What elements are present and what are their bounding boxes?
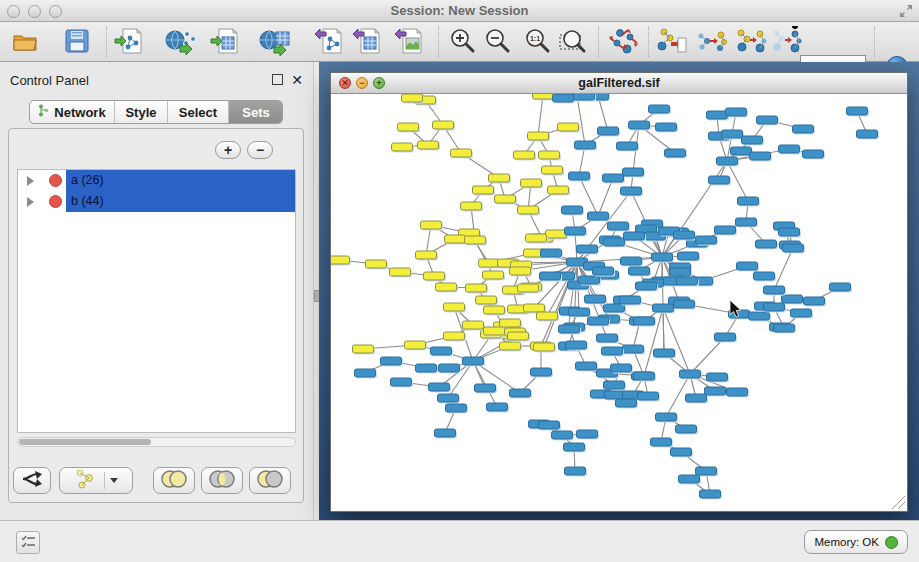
set-dot-icon: [49, 195, 62, 208]
export-network-icon: [314, 26, 344, 59]
network-window[interactable]: ✕ − + galFiltered.sif: [330, 72, 908, 512]
toolbar-separator: [438, 27, 439, 57]
expander-triangle-icon[interactable]: [27, 176, 34, 186]
float-panel-icon[interactable]: [272, 74, 283, 85]
close-panel-icon[interactable]: ✕: [291, 72, 303, 88]
expander-triangle-icon[interactable]: [27, 197, 34, 207]
zoom-selected-icon: [558, 27, 588, 58]
union-sets-button[interactable]: [153, 467, 195, 494]
export-image-icon: [394, 26, 424, 59]
tab-network[interactable]: Network: [30, 101, 115, 123]
control-panel-title: Control Panel: [10, 73, 89, 88]
control-panel-tabs: Network Style Select Sets: [29, 100, 283, 124]
control-panel-header: Control Panel ✕: [0, 70, 313, 92]
zoom-out-button[interactable]: [480, 25, 514, 59]
toolbar-separator: [106, 27, 107, 57]
split-set-button[interactable]: [13, 467, 51, 494]
tab-label: Style: [125, 105, 156, 120]
toolbar-separator: [874, 27, 875, 57]
tab-label: Sets: [242, 105, 269, 120]
show-hide-icon: [770, 26, 802, 59]
import-network-file-icon: [114, 26, 144, 59]
window-titlebar: Session: New Session: [0, 0, 919, 22]
venn-union-icon: [159, 469, 189, 492]
venn-difference-icon: [255, 469, 285, 492]
export-table-button[interactable]: [350, 25, 384, 59]
zoom-selected-button[interactable]: [556, 25, 590, 59]
show-hide-button[interactable]: [769, 25, 803, 59]
import-table-file-icon: [210, 26, 240, 59]
toolbar-separator: [598, 27, 599, 57]
main-toolbar: 1:1: [0, 22, 919, 62]
tab-select[interactable]: Select: [168, 101, 229, 123]
import-network-web-icon: [165, 26, 197, 59]
open-folder-icon: [11, 27, 39, 58]
intersect-sets-button[interactable]: [201, 467, 243, 494]
save-floppy-icon: [64, 28, 90, 57]
add-set-button[interactable]: +: [215, 141, 241, 159]
difference-sets-button[interactable]: [249, 467, 291, 494]
list-item-set-a[interactable]: a (26): [18, 170, 295, 191]
status-bar: Memory: OK: [0, 520, 919, 562]
button-divider: [104, 472, 105, 489]
import-table-file-button[interactable]: [208, 25, 242, 59]
network-graph[interactable]: [331, 94, 907, 511]
fullscreen-icon[interactable]: [899, 4, 913, 18]
create-set-dropdown-button[interactable]: [59, 467, 133, 494]
toolbar-separator: [648, 27, 649, 57]
open-session-button[interactable]: [8, 25, 42, 59]
import-table-web-button[interactable]: [258, 25, 292, 59]
expand-selection-icon: [735, 26, 767, 59]
zoom-fit-button[interactable]: 1:1: [520, 25, 554, 59]
task-checklist-icon: [21, 534, 36, 551]
tab-style[interactable]: Style: [115, 101, 168, 123]
first-neighbors-button[interactable]: [695, 25, 729, 59]
export-image-button[interactable]: [392, 25, 426, 59]
apply-layout-button[interactable]: [607, 25, 641, 59]
tab-label: Select: [179, 105, 217, 120]
tab-sets[interactable]: Sets: [229, 101, 283, 123]
scrollbar-thumb[interactable]: [19, 439, 151, 445]
set-label: a (26): [71, 173, 104, 187]
horizontal-scrollbar[interactable]: [17, 437, 296, 447]
split-arrow-icon: [20, 470, 44, 491]
remove-set-button[interactable]: −: [247, 141, 273, 159]
first-neighbors-icon: [696, 26, 728, 59]
export-network-button[interactable]: [312, 25, 346, 59]
zoom-out-icon: [483, 27, 511, 58]
memory-status-label: Memory: OK: [814, 536, 879, 548]
import-network-file-button[interactable]: [112, 25, 146, 59]
sets-panel: + − a (26) b (44): [8, 128, 304, 503]
list-item-set-b[interactable]: b (44): [18, 191, 295, 212]
set-label: b (44): [71, 194, 104, 208]
window-title: Session: New Session: [0, 3, 919, 18]
zoom-one-to-one-icon: 1:1: [523, 27, 551, 58]
sets-list: a (26) b (44): [17, 169, 296, 433]
import-network-web-button[interactable]: [164, 25, 198, 59]
zoom-in-button[interactable]: [445, 25, 479, 59]
expand-selection-button[interactable]: [734, 25, 768, 59]
export-table-icon: [352, 26, 382, 59]
cytoscape-app: Session: New Session: [0, 0, 919, 562]
zoom-in-icon: [448, 27, 476, 58]
task-history-button[interactable]: [16, 531, 40, 554]
control-panel: Control Panel ✕ Network Style Select Set…: [0, 62, 313, 520]
network-from-selection-button[interactable]: [655, 25, 689, 59]
memory-ok-dot-icon: [885, 536, 898, 549]
network-window-titlebar[interactable]: ✕ − + galFiltered.sif: [331, 73, 907, 94]
chevron-down-icon: [110, 478, 118, 483]
venn-intersection-icon: [207, 469, 237, 492]
save-session-button[interactable]: [60, 25, 94, 59]
memory-status-button[interactable]: Memory: OK: [804, 530, 908, 554]
network-window-title: galFiltered.sif: [331, 76, 907, 90]
network-tree-icon: [38, 104, 49, 120]
import-table-web-icon: [259, 26, 291, 59]
layout-icon: [608, 26, 640, 59]
network-canvas[interactable]: [331, 94, 907, 511]
svg-text:1:1: 1:1: [530, 35, 540, 42]
yellow-network-icon: [73, 469, 99, 492]
network-from-selection-icon: [656, 26, 688, 59]
set-dot-icon: [49, 174, 62, 187]
tab-label: Network: [54, 105, 105, 120]
